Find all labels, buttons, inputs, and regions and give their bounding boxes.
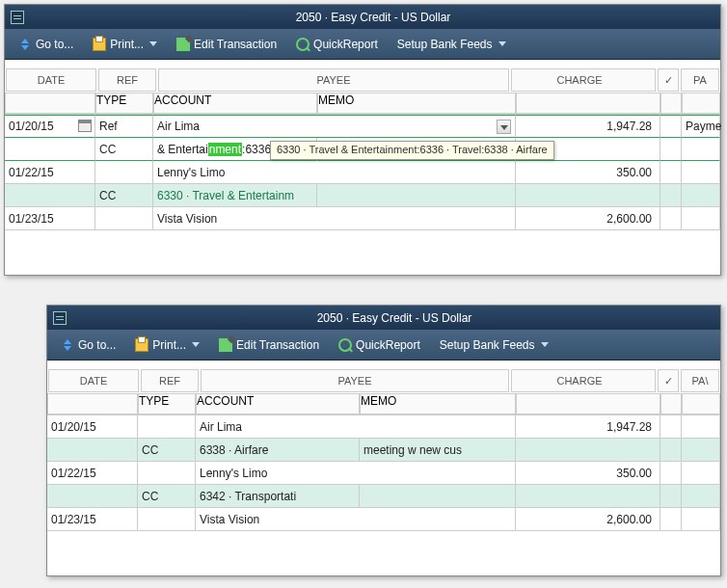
header-type[interactable]: TYPE <box>138 393 196 414</box>
table-row-sub[interactable]: CC 6342 · Transportati <box>47 485 720 508</box>
cell-account[interactable]: 6338 · Airfare <box>196 439 360 462</box>
cell-type[interactable]: CC <box>95 138 153 161</box>
cell-payment[interactable] <box>682 415 720 439</box>
cell-blank <box>660 138 682 161</box>
cell-date[interactable]: 01/22/15 <box>5 161 95 184</box>
setup-bank-feeds-button[interactable]: Setup Bank Feeds <box>390 33 514 56</box>
cell-date[interactable]: 01/23/15 <box>5 207 95 230</box>
edit-transaction-button[interactable]: Edit Transaction <box>211 334 327 357</box>
cell-charge[interactable]: 2,600.00 <box>516 508 660 531</box>
cell-ref[interactable] <box>95 207 153 230</box>
cell-memo[interactable]: meeting w new cus <box>360 439 516 462</box>
autocomplete-tooltip[interactable]: 6330 · Travel & Entertainment:6336 · Tra… <box>270 141 554 160</box>
header-memo[interactable]: MEMO <box>317 93 516 114</box>
cell-ref[interactable]: Ref <box>95 115 153 138</box>
cell-payee[interactable]: Vista Vision <box>196 508 516 531</box>
table-row[interactable]: 01/20/15 Air Lima 1,947.28 <box>47 415 720 439</box>
cell-type[interactable]: CC <box>138 485 196 508</box>
cell-payment[interactable] <box>682 508 720 531</box>
cell-cleared[interactable] <box>660 462 682 485</box>
header-account[interactable]: ACCOUNT <box>153 93 317 114</box>
header-ref[interactable]: REF <box>98 68 156 92</box>
cell-payee[interactable]: Lenny's Limo <box>196 462 516 485</box>
cell-cleared[interactable] <box>660 415 682 439</box>
report-label: QuickReport <box>356 338 420 352</box>
table-row[interactable]: 01/23/15 Vista Vision 2,600.00 <box>47 508 720 531</box>
cell-ref[interactable] <box>138 508 196 531</box>
header-account[interactable]: ACCOUNT <box>196 393 360 414</box>
edit-transaction-button[interactable]: Edit Transaction <box>169 33 284 56</box>
edit-icon <box>219 338 232 352</box>
cell-payee[interactable]: Air Lima <box>196 415 516 439</box>
cell-charge[interactable]: 1,947.28 <box>516 415 660 439</box>
table-row-sub[interactable]: CC 6338 · Airfare meeting w new cus <box>47 439 720 462</box>
cell-charge[interactable]: 1,947.28 <box>516 115 660 138</box>
dropdown-icon[interactable] <box>497 120 511 134</box>
quickreport-button[interactable]: QuickReport <box>288 33 386 56</box>
cell-date[interactable]: 01/22/15 <box>47 462 138 485</box>
edit-icon <box>176 38 190 51</box>
cell-date[interactable]: 01/23/15 <box>47 508 138 531</box>
cell-payee[interactable]: Air Lima <box>153 115 516 138</box>
cell-payee[interactable]: Lenny's Limo <box>153 161 516 184</box>
cell-blank <box>682 439 720 462</box>
cell-account[interactable]: 6330 · Travel & Entertainm <box>153 184 317 207</box>
calendar-icon[interactable] <box>78 120 92 132</box>
header-payee[interactable]: PAYEE <box>158 68 509 92</box>
quickreport-button[interactable]: QuickReport <box>331 334 428 357</box>
print-button[interactable]: Print... <box>85 33 165 56</box>
table-row[interactable]: 01/23/15 Vista Vision 2,600.00 <box>5 207 720 230</box>
header-payment[interactable]: PA\ <box>681 369 719 392</box>
goto-button[interactable]: Go to... <box>53 334 123 357</box>
table-row[interactable]: 01/22/15 Lenny's Limo 350.00 <box>47 462 720 485</box>
toolbar: Go to... Print... Edit Transaction Quick… <box>47 330 720 361</box>
cell-cleared[interactable] <box>660 115 682 138</box>
cell-memo[interactable] <box>317 184 516 207</box>
header-payee[interactable]: PAYEE <box>201 369 509 392</box>
header-ref[interactable]: REF <box>141 369 199 392</box>
header-cleared[interactable]: ✓ <box>658 68 679 92</box>
cell-payment[interactable] <box>682 462 720 485</box>
table-row[interactable]: 01/22/15 Lenny's Limo 350.00 <box>5 161 720 184</box>
table-row[interactable]: 01/20/15 Ref Air Lima 1,947.28 Payme <box>5 115 720 138</box>
goto-button[interactable]: Go to... <box>11 33 81 56</box>
header-payment[interactable]: PA <box>681 68 719 92</box>
header-type[interactable]: TYPE <box>95 93 153 114</box>
cell-payee[interactable]: Vista Vision <box>153 207 516 230</box>
print-button[interactable]: Print... <box>127 334 207 357</box>
cell-payment[interactable] <box>682 161 720 184</box>
titlebar[interactable]: 2050 · Easy Credit - US Dollar <box>5 5 720 29</box>
header-charge[interactable]: CHARGE <box>511 68 656 92</box>
cell-payment[interactable] <box>682 207 720 230</box>
cell-date[interactable]: 01/20/15 <box>47 415 138 439</box>
cell-cleared[interactable] <box>660 207 682 230</box>
cell-charge[interactable]: 2,600.00 <box>516 207 660 230</box>
cell-type[interactable]: CC <box>95 184 153 207</box>
goto-label: Go to... <box>78 338 116 352</box>
header-charge[interactable]: CHARGE <box>511 369 656 392</box>
cell-payment[interactable]: Payme <box>682 115 720 138</box>
cell-ref[interactable] <box>95 161 153 184</box>
cell-account[interactable]: 6342 · Transportati <box>196 485 360 508</box>
cell-memo[interactable] <box>360 485 516 508</box>
titlebar[interactable]: 2050 · Easy Credit - US Dollar <box>47 306 720 330</box>
header-blank <box>682 93 720 114</box>
cell-charge[interactable]: 350.00 <box>516 462 660 485</box>
header-cleared[interactable]: ✓ <box>658 369 679 392</box>
cell-ref[interactable] <box>138 415 196 439</box>
cell-cleared[interactable] <box>660 161 682 184</box>
header-memo[interactable]: MEMO <box>360 393 516 414</box>
cell-ref[interactable] <box>138 462 196 485</box>
cell-cleared[interactable] <box>660 508 682 531</box>
system-menu-icon[interactable] <box>53 311 67 325</box>
header-date[interactable]: DATE <box>6 68 96 92</box>
system-menu-icon[interactable] <box>11 11 24 24</box>
header-date[interactable]: DATE <box>48 369 139 392</box>
setup-bank-feeds-button[interactable]: Setup Bank Feeds <box>432 334 556 357</box>
edit-label: Edit Transaction <box>236 338 319 352</box>
cell-type[interactable]: CC <box>138 439 196 462</box>
feeds-label: Setup Bank Feeds <box>397 38 493 51</box>
cell-date[interactable]: 01/20/15 <box>5 115 95 138</box>
cell-charge[interactable]: 350.00 <box>516 161 660 184</box>
table-row-sub[interactable]: CC 6330 · Travel & Entertainm <box>5 184 720 207</box>
